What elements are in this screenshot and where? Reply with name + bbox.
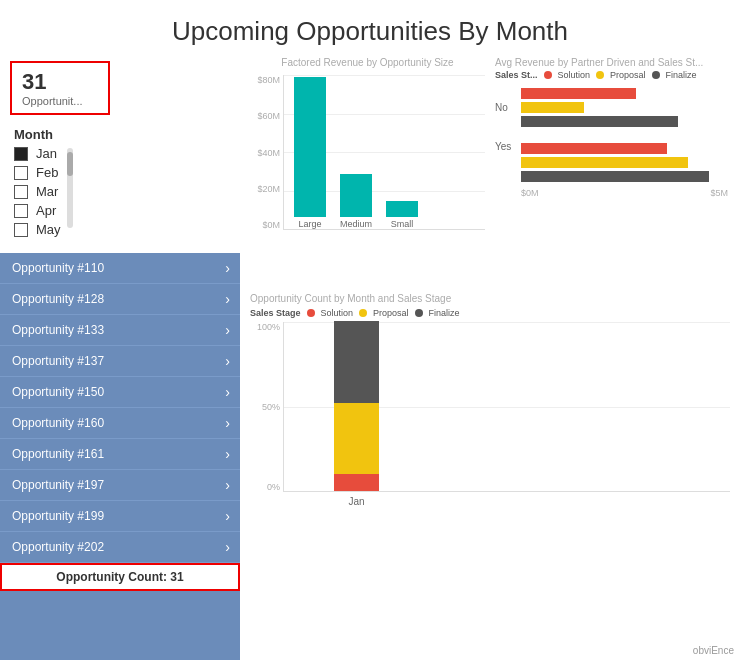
opp-item-128[interactable]: Opportunity #128 › [0, 284, 240, 315]
chart-factored-revenue: Factored Revenue by Opportunity Size $80… [250, 57, 485, 277]
legend-sales-st-label: Sales St... [495, 70, 538, 80]
chevron-right-icon: › [225, 446, 230, 462]
opp-item-137[interactable]: Opportunity #137 › [0, 346, 240, 377]
charts-top: Factored Revenue by Opportunity Size $80… [250, 57, 730, 277]
filter-title: Month [14, 127, 226, 142]
hbar-yes-proposal [521, 157, 688, 168]
kpi-label: Opportunit... [22, 95, 98, 107]
opp-item-197[interactable]: Opportunity #197 › [0, 470, 240, 501]
chart2-title: Avg Revenue by Partner Driven and Sales … [495, 57, 730, 68]
chevron-right-icon: › [225, 539, 230, 555]
filter-apr[interactable]: Apr [14, 203, 61, 218]
legend-solution-label: Solution [558, 70, 591, 80]
branding: obviEnce [693, 645, 734, 656]
stacked-seg-finalize [334, 321, 379, 403]
checkbox-mar[interactable] [14, 185, 28, 199]
y-50-label: 50% [250, 402, 280, 412]
opp-item-202[interactable]: Opportunity #202 › [0, 532, 240, 563]
chevron-right-icon: › [225, 477, 230, 493]
legend-proposal-dot [596, 71, 604, 79]
chart3-fin-label: Finalize [429, 308, 460, 318]
chart-opp-count: Opportunity Count by Month and Sales Sta… [250, 285, 730, 660]
chevron-right-icon: › [225, 353, 230, 369]
x-axis-jan: Jan [334, 496, 379, 507]
chevron-right-icon: › [225, 415, 230, 431]
y-label-20m: $20M [250, 184, 280, 194]
checkbox-feb[interactable] [14, 166, 28, 180]
filter-jan[interactable]: Jan [14, 146, 61, 161]
chart3-sol-label: Solution [321, 308, 354, 318]
stacked-seg-solution [334, 474, 379, 491]
chevron-right-icon: › [225, 291, 230, 307]
checkbox-jan[interactable] [14, 147, 28, 161]
bar-large [294, 77, 326, 217]
hbar-no-label: No [495, 102, 508, 113]
y-label-60m: $60M [250, 111, 280, 121]
bar-small [386, 201, 418, 217]
stacked-seg-proposal [334, 403, 379, 474]
right-panel: Factored Revenue by Opportunity Size $80… [240, 57, 740, 660]
x-label-5m: $5M [710, 188, 728, 198]
legend-finalize-label: Finalize [666, 70, 697, 80]
hbar-yes-finalize [521, 171, 709, 182]
y-0-label: 0% [250, 482, 280, 492]
opp-item-150[interactable]: Opportunity #150 › [0, 377, 240, 408]
hbar-no-solution [521, 88, 636, 99]
opp-item-110[interactable]: Opportunity #110 › [0, 253, 240, 284]
y-label-80m: $80M [250, 75, 280, 85]
filter-feb[interactable]: Feb [14, 165, 61, 180]
legend-proposal-label: Proposal [610, 70, 646, 80]
kpi-card[interactable]: 31 Opportunit... [10, 61, 110, 115]
hbar-no-finalize [521, 116, 678, 127]
opp-item-199[interactable]: Opportunity #199 › [0, 501, 240, 532]
bar-medium-label: Medium [340, 219, 372, 229]
chevron-right-icon: › [225, 322, 230, 338]
filter-may[interactable]: May [14, 222, 61, 237]
chevron-right-icon: › [225, 260, 230, 276]
y-label-0m: $0M [250, 220, 280, 230]
opp-item-133[interactable]: Opportunity #133 › [0, 315, 240, 346]
chart1-title: Factored Revenue by Opportunity Size [250, 57, 485, 68]
kpi-number: 31 [22, 69, 98, 95]
opp-count-bar: Opportunity Count: 31 [0, 563, 240, 591]
chevron-right-icon: › [225, 384, 230, 400]
opportunity-list: Opportunity #110 › Opportunity #128 › Op… [0, 253, 240, 660]
chevron-right-icon: › [225, 508, 230, 524]
bar-small-label: Small [391, 219, 414, 229]
x-label-0m: $0M [521, 188, 539, 198]
hbar-no-proposal [521, 102, 584, 113]
chart3-sol-dot [307, 309, 315, 317]
checkbox-may[interactable] [14, 223, 28, 237]
chart3-fin-dot [415, 309, 423, 317]
hbar-yes-label: Yes [495, 141, 511, 152]
y-100-label: 100% [250, 322, 280, 332]
legend-finalize-dot [652, 71, 660, 79]
hbar-yes-solution [521, 143, 667, 154]
filter-mar[interactable]: Mar [14, 184, 61, 199]
chart3-prop-dot [359, 309, 367, 317]
y-label-40m: $40M [250, 148, 280, 158]
page-title: Upcoming Opportunities By Month [0, 0, 740, 57]
legend-solution-dot [544, 71, 552, 79]
opp-item-160[interactable]: Opportunity #160 › [0, 408, 240, 439]
bar-medium [340, 174, 372, 217]
checkbox-apr[interactable] [14, 204, 28, 218]
bar-large-label: Large [298, 219, 321, 229]
left-panel: 31 Opportunit... Month Jan Feb [0, 57, 240, 660]
chart3-prop-label: Proposal [373, 308, 409, 318]
chart3-legend-ss-label: Sales Stage [250, 308, 301, 318]
chart-avg-revenue: Avg Revenue by Partner Driven and Sales … [495, 57, 730, 277]
filter-section: Month Jan Feb Mar [0, 123, 240, 245]
chart3-title: Opportunity Count by Month and Sales Sta… [250, 293, 730, 304]
opp-item-161[interactable]: Opportunity #161 › [0, 439, 240, 470]
